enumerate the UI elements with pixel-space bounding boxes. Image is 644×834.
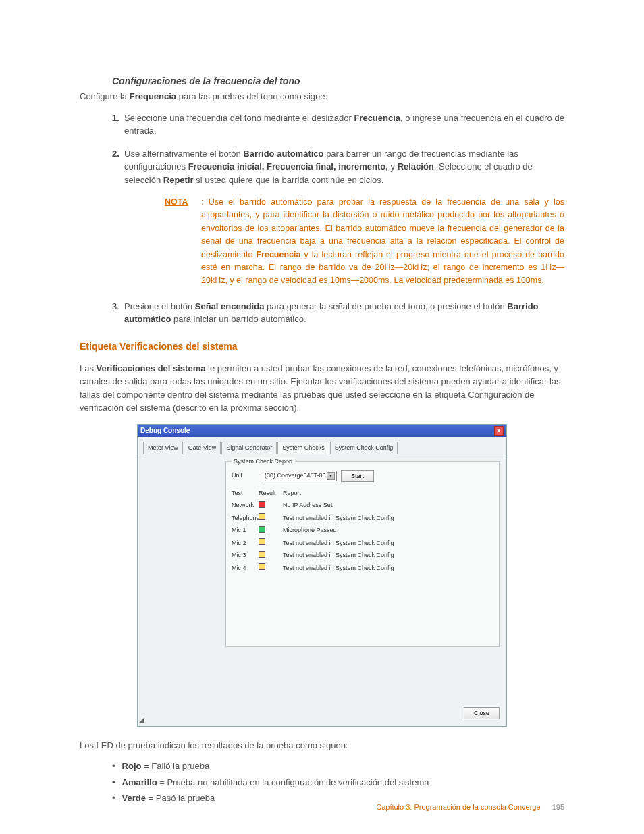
start-button[interactable]: Start <box>341 470 374 482</box>
text: para iniciar un barrido automático. <box>171 314 306 324</box>
led-intro: Los LED de prueba indican los resultados… <box>80 739 564 752</box>
cell-test: Telephone <box>232 514 259 523</box>
led-yellow-icon <box>259 513 265 520</box>
cell-report: Microphone Passed <box>283 526 337 536</box>
led-legend-list: Rojo = Falló la prueba Amarillo = Prueba… <box>112 760 564 805</box>
bold: Frecuencia <box>256 250 300 259</box>
window-titlebar: Debug Console ✕ <box>138 425 506 437</box>
led-yellow-icon <box>259 551 265 558</box>
text: y <box>388 161 398 172</box>
resize-grip-icon[interactable]: ◢ <box>139 714 144 725</box>
fieldset-legend: System Check Report <box>232 457 295 467</box>
close-button[interactable]: Close <box>464 707 500 719</box>
tab-signal-generator[interactable]: Signal Generator <box>221 442 277 455</box>
tab-system-check-config[interactable]: System Check Config <box>330 442 398 455</box>
cell-test: Mic 1 <box>232 526 259 536</box>
text: = Pasó la prueba <box>146 793 215 803</box>
col-result: Result <box>259 489 283 498</box>
cell-report: No IP Address Set <box>283 501 332 511</box>
heading-system-checks-tab: Etiqueta Verificaciones del sistema <box>80 340 564 354</box>
bold: Señal encendida <box>195 301 265 311</box>
unit-select-value: (30) Converge840T-03 <box>265 471 326 481</box>
cell-result <box>259 563 283 573</box>
step-1: 1. Seleccione una frecuendia del tono me… <box>112 111 564 138</box>
heading-tone-freq-settings: Configuraciones de la frecuencia del ton… <box>112 74 564 88</box>
table-row: Mic 3Test not enabled in System Check Co… <box>226 550 499 563</box>
step-2: 2. Use alternativamente el botón Barrido… <box>112 147 564 288</box>
dropdown-arrow-icon: ▼ <box>327 472 335 480</box>
text: = Falló la prueba <box>141 761 209 771</box>
col-report: Report <box>283 489 301 498</box>
cell-result <box>259 538 283 548</box>
bold: Verde <box>122 793 146 803</box>
system-check-report-fieldset: System Check Report Unit (30) Converge84… <box>225 461 500 647</box>
bold: Repetir <box>163 175 194 185</box>
page-number: 195 <box>552 803 564 811</box>
cell-test: Network <box>232 501 259 511</box>
unit-select[interactable]: (30) Converge840T-03 ▼ <box>263 471 337 481</box>
cell-result <box>259 526 283 536</box>
text: Seleccione una frecuendia del tono media… <box>124 113 354 123</box>
col-test: Test <box>232 489 259 498</box>
window-close-button[interactable]: ✕ <box>494 426 504 436</box>
table-row: NetworkNo IP Address Set <box>226 500 499 513</box>
tab-meter-view[interactable]: Meter View <box>143 442 183 455</box>
text: para generar la señal de prueba del tono… <box>264 301 507 311</box>
bold: Rojo <box>122 761 142 771</box>
intro-paragraph: Configure la Frequencia para las pruebas… <box>80 90 564 103</box>
tab-strip: Meter View Gate View Signal Generator Sy… <box>138 437 506 455</box>
cell-result <box>259 551 283 561</box>
cell-test: Mic 4 <box>232 564 259 573</box>
page-footer: Capítulo 3: Programación de la consola C… <box>376 802 564 813</box>
step-number: 1. <box>112 111 119 125</box>
bold: Frecuencia <box>354 113 400 123</box>
bold-frequencia: Frequencia <box>130 91 176 101</box>
led-green-icon <box>259 526 265 533</box>
cell-report: Test not enabled in System Check Config <box>283 514 394 523</box>
led-red-icon <box>259 501 265 508</box>
text: para las pruebas del tono como sigue: <box>176 91 327 101</box>
window-title: Debug Console <box>140 425 190 436</box>
led-yellow-icon <box>259 538 265 545</box>
chapter-label: Capítulo 3: Programación de la consola C… <box>376 803 540 811</box>
table-row: Mic 4Test not enabled in System Check Co… <box>226 562 499 575</box>
cell-report: Test not enabled in System Check Config <box>283 551 394 561</box>
tab-system-checks[interactable]: System Checks <box>277 442 329 455</box>
panel: System Check Report Unit (30) Converge84… <box>138 454 506 654</box>
step-3: 3. Presione el botón Señal encendida par… <box>112 300 564 326</box>
text: si usted quiere que la barrida continúe … <box>194 175 384 185</box>
steps-list: 1. Seleccione una frecuendia del tono me… <box>112 111 564 326</box>
text: Configure la <box>80 91 130 101</box>
unit-label: Unit <box>232 471 259 481</box>
text: Use alternativamente el botón <box>124 149 243 159</box>
system-checks-paragraph: Las Verificaciones del sistema le permit… <box>80 362 564 415</box>
table-row: Mic 2Test not enabled in System Check Co… <box>226 537 499 550</box>
led-red-item: Rojo = Falló la prueba <box>112 760 564 773</box>
note-label: NOTA <box>165 196 188 209</box>
debug-console-window: Debug Console ✕ Meter View Gate View Sig… <box>137 424 507 727</box>
cell-result <box>259 513 283 523</box>
bold: Frecuencia inicial, Frecuencia final, in… <box>188 161 388 172</box>
table-row: TelephoneTest not enabled in System Chec… <box>226 512 499 525</box>
text: = Prueba no habilitada en la configuraci… <box>157 777 429 787</box>
led-yellow-icon <box>259 563 265 570</box>
bold: Relación <box>398 161 434 172</box>
grid-header: Test Result Report <box>226 485 499 500</box>
tab-gate-view[interactable]: Gate View <box>184 442 221 455</box>
cell-test: Mic 2 <box>232 539 259 548</box>
step-number: 2. <box>112 147 119 161</box>
text: Las <box>80 363 97 373</box>
cell-test: Mic 3 <box>232 551 259 561</box>
cell-result <box>259 501 283 511</box>
led-yellow-item: Amarillo = Prueba no habilitada en la co… <box>112 776 564 789</box>
cell-report: Test not enabled in System Check Config <box>283 564 394 573</box>
bold: Verificaciones del sistema <box>97 363 206 373</box>
table-row: Mic 1Microphone Passed <box>226 525 499 538</box>
text: Presione el botón <box>124 301 195 311</box>
step-number: 3. <box>112 300 119 313</box>
bold: Barrido automático <box>243 149 323 159</box>
bold: Amarillo <box>122 777 157 787</box>
cell-report: Test not enabled in System Check Config <box>283 539 394 548</box>
note-block: NOTA : Use el barrido automático para pr… <box>165 196 564 288</box>
